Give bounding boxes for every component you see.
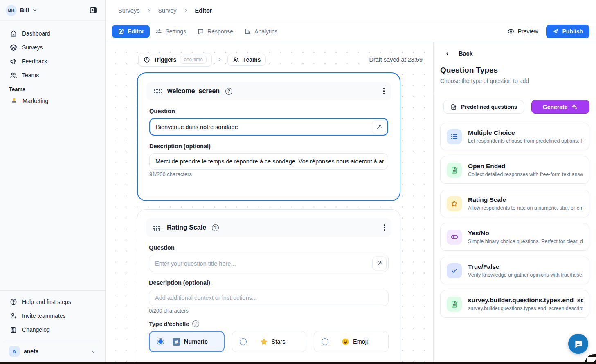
info-circle-icon[interactable]: i [192, 320, 199, 327]
pencil-square-icon [118, 28, 124, 35]
generate-button[interactable]: Generate [531, 100, 589, 114]
tab-analytics[interactable]: Analytics [239, 25, 283, 38]
sidebar-toggle-icon[interactable] [87, 4, 99, 16]
description-input[interactable] [149, 153, 388, 170]
tab-settings[interactable]: Settings [150, 25, 192, 38]
smiley-emoji [342, 338, 349, 346]
sidebar-footer: Help and first steps Invite teammates Ch… [0, 290, 105, 362]
scale-option-numeric[interactable]: # Numeric [149, 331, 225, 352]
back-button[interactable]: Back [444, 50, 589, 57]
drag-handle-icon[interactable] [153, 225, 161, 231]
help-circle-icon[interactable]: ? [212, 224, 219, 231]
chat-launcher-button[interactable] [568, 334, 588, 354]
question-card-title: Rating Scale [167, 224, 206, 231]
type-title: Rating Scale [468, 196, 583, 203]
scale-option-label: Stars [272, 338, 286, 345]
sidebar-item-dashboard[interactable]: Dashboard [5, 27, 100, 40]
file-code-icon [450, 104, 457, 110]
megaphone-icon [10, 58, 17, 65]
sidebar-item-help[interactable]: Help and first steps [5, 295, 100, 309]
tab-response[interactable]: Response [192, 25, 239, 38]
type-desc: Allow respondents to rate on a numeric, … [468, 205, 583, 211]
teams-button[interactable]: Teams [227, 54, 266, 66]
sidebar-item-label: Surveys [22, 44, 43, 51]
check-icon [447, 263, 462, 278]
drag-handle-icon[interactable] [153, 88, 162, 94]
toggle-icon [447, 230, 462, 245]
help-circle-icon [10, 298, 17, 306]
type-desc: survey.builder.questions.types.end_scree… [468, 306, 583, 311]
magic-wand-icon[interactable] [372, 120, 386, 134]
type-card-true-false[interactable]: True/False Verify knowledge or gather op… [440, 257, 589, 284]
survey-canvas: Triggers one-time Teams Draft saved at 2… [106, 42, 433, 364]
question-card-welcome[interactable]: welcome_screen ? Question Description (o… [137, 72, 400, 201]
scale-type-label: Type d'échelle i [149, 320, 389, 327]
predefined-questions-button[interactable]: Predefined questions [443, 100, 524, 114]
sidebar-section-teams: Teams [5, 82, 100, 94]
sidebar-item-invite[interactable]: Invite teammates [5, 309, 100, 323]
sidebar: BH Bill Dashboard Surveys Feedback Teams… [0, 0, 106, 364]
chevron-right-icon [183, 8, 189, 13]
type-title: True/False [468, 263, 583, 270]
users-icon [233, 56, 239, 63]
tab-editor[interactable]: Editor [112, 25, 150, 38]
type-card-open-ended[interactable]: Open Ended Collect detailed responses wi… [440, 156, 589, 184]
chevron-down-icon [91, 349, 96, 354]
type-title: Open Ended [468, 163, 583, 170]
chat-bubble-icon [198, 28, 204, 35]
org-switcher[interactable]: A aneta [5, 343, 100, 360]
question-card-rating[interactable]: Rating Scale ? Question Description (opt… [137, 209, 400, 364]
star-emoji [260, 338, 268, 346]
type-desc: Simple binary choice questions. Perfect … [468, 239, 583, 244]
type-desc: Verify knowledge or gather opinions with… [468, 272, 583, 278]
scale-option-emoji[interactable]: Emoji [314, 331, 389, 352]
publish-button[interactable]: Publish [546, 25, 589, 38]
breadcrumb-surveys[interactable]: Surveys [118, 7, 139, 14]
panel-title: Question Types [440, 66, 589, 75]
layers-icon [10, 44, 17, 51]
scale-option-label: Numeric [184, 338, 208, 345]
type-title: Yes/No [468, 230, 583, 237]
clock-icon [144, 56, 150, 63]
kebab-menu-icon[interactable] [383, 88, 385, 94]
type-card-multiple-choice[interactable]: Multiple Choice Let respondents choose f… [440, 123, 589, 150]
document-icon [447, 163, 462, 178]
scale-option-label: Emoji [353, 338, 368, 345]
type-card-end-screen[interactable]: survey.builder.questions.types.end_scr..… [440, 290, 589, 318]
sidebar-item-teams[interactable]: Teams [5, 68, 100, 82]
generate-label: Generate [543, 104, 568, 110]
breadcrumb-survey[interactable]: Survey [158, 7, 176, 14]
sidebar-item-changelog[interactable]: Changelog [5, 323, 100, 337]
tab-label: Response [207, 28, 233, 35]
scale-option-stars[interactable]: Stars [232, 331, 307, 352]
question-label: Question [149, 108, 388, 114]
sidebar-item-label: Teams [22, 72, 39, 78]
back-label: Back [459, 50, 473, 57]
kebab-menu-icon[interactable] [384, 224, 385, 230]
sidebar-item-label: Feedback [22, 58, 47, 65]
magic-wand-icon[interactable] [372, 256, 387, 270]
question-title-input[interactable] [149, 118, 388, 136]
triggers-button[interactable]: Triggers one-time [138, 53, 212, 67]
type-card-yes-no[interactable]: Yes/No Simple binary choice questions. P… [440, 223, 589, 251]
help-circle-icon[interactable]: ? [225, 88, 232, 95]
question-title-input[interactable] [149, 255, 389, 272]
sidebar-item-marketing[interactable]: Marketing [5, 94, 100, 107]
preview-label: Preview [518, 28, 538, 35]
preview-button[interactable]: Preview [507, 28, 538, 35]
description-input[interactable] [149, 290, 389, 306]
star-icon [447, 196, 462, 211]
type-desc: Let respondents choose from predefined o… [468, 138, 583, 144]
sidebar-item-feedback[interactable]: Feedback [5, 54, 100, 68]
bar-chart-icon [245, 28, 251, 35]
char-count: 0/200 characters [149, 308, 389, 314]
type-card-rating-scale[interactable]: Rating Scale Allow respondents to rate o… [440, 190, 589, 217]
draft-status: Draft saved at 23:59 [369, 56, 423, 63]
sidebar-item-label: Help and first steps [22, 299, 71, 305]
chevron-down-icon[interactable] [32, 8, 37, 13]
description-label: Description (optional) [149, 143, 388, 150]
sidebar-user-row: BH Bill [0, 0, 105, 21]
description-label: Description (optional) [149, 279, 389, 286]
sidebar-item-surveys[interactable]: Surveys [5, 40, 100, 54]
users-icon [10, 71, 17, 79]
